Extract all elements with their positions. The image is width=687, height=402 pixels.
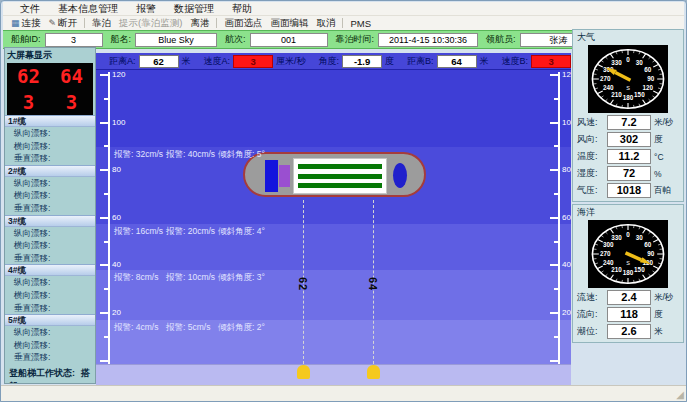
tool-button-靠泊[interactable]: 靠泊 <box>88 17 115 30</box>
atmosphere-value-box: 72 <box>607 166 651 181</box>
ship-block-purple <box>279 165 290 187</box>
gauge-number: 240 <box>603 259 614 266</box>
alarm-speed-a: 报警: 4cm/s <box>114 322 166 334</box>
measure-unit: 米 <box>480 55 489 68</box>
ruler-tick <box>104 98 108 100</box>
display-value: 64 <box>50 65 93 87</box>
measure-角度:: 角度:-1.9度 <box>319 55 395 68</box>
gauge-tick <box>653 96 656 98</box>
menu-item-基本信息管理[interactable]: 基本信息管理 <box>49 2 127 16</box>
drift-row: 横向漂移: <box>5 189 95 202</box>
menu-bar: 文件基本信息管理报警数据管理帮助 <box>3 2 684 15</box>
gauge-number: 210 <box>611 91 622 98</box>
ocean-value-box: 2.6 <box>607 324 651 339</box>
ruler-label: 100 <box>112 118 125 127</box>
ruler-label: 20 <box>112 308 121 317</box>
gauge-tick <box>653 64 659 67</box>
drift-row: 纵向漂移: <box>5 227 95 240</box>
tool-button-提示(靠泊监测): 提示(靠泊监测) <box>115 17 186 30</box>
alarm-speed-b: 报警: 10cm/s <box>166 272 218 284</box>
ship-id-input[interactable]: 3 <box>45 33 103 47</box>
gauge-number: 60 <box>644 66 652 73</box>
berth-time-input[interactable]: 2011-4-15 10:30:36 <box>378 33 478 47</box>
gauge-tick <box>605 99 607 101</box>
menu-item-报警[interactable]: 报警 <box>127 2 165 16</box>
tool-button-label: 取消 <box>316 17 335 30</box>
measure-label: 速度B: <box>502 55 529 68</box>
app-window: 文件基本信息管理报警数据管理帮助 ▦连接✎断开靠泊提示(靠泊监测)离港画面选点画… <box>0 0 687 402</box>
gauge-tick <box>643 100 646 105</box>
alarm-speed-a: 报警: 8cm/s <box>114 272 166 284</box>
gauge-tick <box>653 271 656 273</box>
drift-row: 垂直漂移: <box>5 202 95 215</box>
ruler-tick <box>554 98 558 100</box>
gauge-tick <box>610 229 613 234</box>
ruler-label: 60 <box>562 213 571 222</box>
ship-outline <box>243 152 426 197</box>
tool-button-label: 断开 <box>58 17 77 30</box>
gauge-tick <box>649 274 651 276</box>
gauge-number: 180 <box>623 269 634 276</box>
menu-item-文件[interactable]: 文件 <box>11 2 49 16</box>
gauge-number: 240 <box>603 84 614 91</box>
voyage-input[interactable]: 001 <box>250 33 328 47</box>
depth-band <box>96 70 571 147</box>
berth-time-label: 靠泊时间: <box>336 33 375 46</box>
ruler-label: 40 <box>112 260 121 269</box>
ocean-group: 海洋 0306090120150180210240270300330S 流速:2… <box>572 204 684 343</box>
tool-button-断开[interactable]: ✎断开 <box>45 17 82 30</box>
ship-name-input[interactable]: Blue Sky <box>135 33 217 47</box>
ruler-tick <box>550 217 558 219</box>
atmosphere-label: 风速: <box>577 116 604 129</box>
atmosphere-value-box: 302 <box>607 132 651 147</box>
ruler-tick <box>104 193 108 195</box>
ruler-tick <box>100 74 108 76</box>
tool-button-离港[interactable]: 离港 <box>186 17 213 30</box>
ruler-tick <box>554 241 558 243</box>
gauge-tick <box>597 266 603 269</box>
measure-value-box: 3 <box>531 55 571 68</box>
ship-id-label: 船舶ID: <box>11 33 41 46</box>
ruler-tick <box>554 288 558 290</box>
gauge-number: 150 <box>634 91 645 98</box>
ruler-tick <box>104 145 108 147</box>
tool-button-画面选点[interactable]: 画面选点 <box>220 17 266 30</box>
gauge-tick <box>653 60 656 62</box>
gauge-number: 330 <box>611 234 622 241</box>
gauge-number: 90 <box>647 75 655 82</box>
menu-item-数据管理[interactable]: 数据管理 <box>165 2 223 16</box>
toolbar-separator <box>342 18 343 28</box>
cable-group-header: 2#缆 <box>5 165 95 177</box>
gauge-tick <box>610 54 613 59</box>
status-bar: ◢ <box>1 385 686 401</box>
ship-deck <box>293 158 387 194</box>
drift-row: 纵向漂移: <box>5 127 95 140</box>
toolbar-separator <box>216 18 217 28</box>
ruler-tick <box>104 241 108 243</box>
gauge-tick <box>601 271 604 273</box>
tool-button-取消[interactable]: 取消 <box>312 17 339 30</box>
ruler-tick <box>550 122 558 124</box>
tool-button-PMS[interactable]: PMS <box>346 18 375 29</box>
gauge-tick <box>653 235 656 237</box>
drift-row: 垂直漂移: <box>5 351 95 364</box>
measure-速度A:: 速度A:3厘米/秒 <box>204 55 306 68</box>
drift-row: 纵向漂移: <box>5 276 95 289</box>
gauge-tick <box>605 57 607 59</box>
measure-距离B:: 距离B:64米 <box>407 55 489 68</box>
ruler-tick <box>100 264 108 266</box>
connect-icon: ▦ <box>11 18 20 28</box>
deck-stripe <box>298 164 382 169</box>
tool-button-连接[interactable]: ▦连接 <box>7 17 45 30</box>
left-ruler <box>108 72 110 364</box>
big-screen-display: 626433 <box>7 63 93 115</box>
tool-button-画面编辑[interactable]: 画面编辑 <box>266 17 312 30</box>
ocean-value-box: 2.4 <box>607 290 651 305</box>
resize-grip[interactable]: ◢ <box>676 389 684 400</box>
menu-item-帮助[interactable]: 帮助 <box>223 2 261 16</box>
alarm-threshold-line: 报警: 32cm/s报警: 40cm/s倾斜角度: 5° <box>114 149 265 161</box>
gauge-tick <box>597 239 603 242</box>
alarm-speed-b: 报警: 20cm/s <box>166 226 218 238</box>
drift-row: 纵向漂移: <box>5 177 95 190</box>
ocean-row: 流向:118度 <box>577 307 679 322</box>
